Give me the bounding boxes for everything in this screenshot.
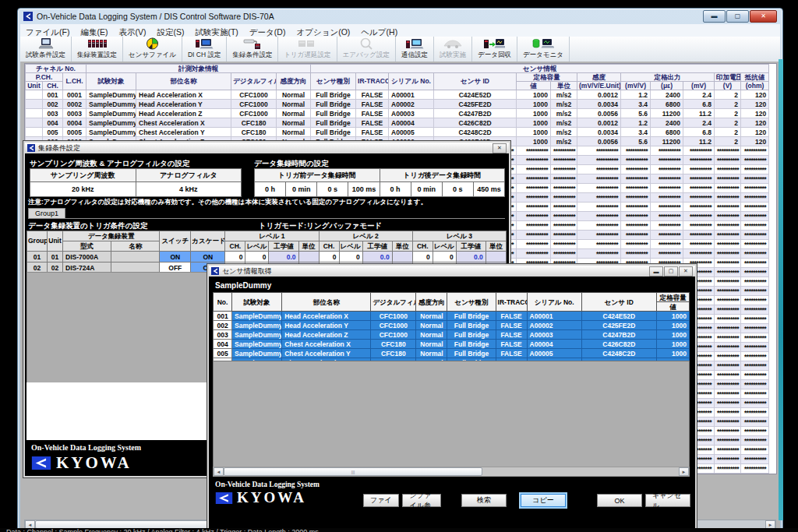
- cell[interactable]: SampleDummy: [87, 109, 136, 118]
- cell[interactable]: 0004: [63, 118, 87, 128]
- cell[interactable]: CFC1000: [231, 90, 277, 100]
- cell[interactable]: A00003: [527, 330, 581, 340]
- cell[interactable]: [26, 109, 43, 118]
- cell[interactable]: 1000: [656, 349, 689, 358]
- cell[interactable]: 004: [214, 340, 232, 349]
- cell[interactable]: 0.0: [269, 252, 298, 262]
- cell[interactable]: FALSE: [496, 349, 527, 358]
- cell[interactable]: 0.0056: [577, 109, 621, 118]
- cell[interactable]: 0: [339, 252, 362, 262]
- cell[interactable]: Chest Acceleration Y: [282, 349, 371, 358]
- cell[interactable]: Normal: [416, 321, 447, 330]
- cell[interactable]: 1000: [656, 321, 689, 330]
- toolbar-button-di-ch-setup[interactable]: DI CH 設定: [182, 37, 228, 62]
- setting-value[interactable]: 450 ms: [473, 182, 504, 197]
- cell[interactable]: Full Bridge: [311, 100, 356, 109]
- cell[interactable]: SampleDummy: [87, 100, 136, 109]
- cell[interactable]: SampleDummy: [232, 340, 282, 349]
- cell[interactable]: 2: [715, 109, 741, 118]
- cell[interactable]: 2.4: [683, 90, 715, 100]
- cell[interactable]: C4247B2D: [434, 109, 517, 118]
- cell[interactable]: A00004: [527, 340, 581, 349]
- cell[interactable]: A00002: [527, 321, 581, 330]
- cell[interactable]: FALSE: [356, 90, 389, 100]
- cell[interactable]: 0.0012: [577, 90, 621, 100]
- cell[interactable]: 0.0056: [577, 137, 621, 146]
- scroll-right-arrow-icon[interactable]: ►: [679, 467, 689, 476]
- cell[interactable]: 1.2: [621, 90, 651, 100]
- cell[interactable]: C426C82D: [434, 118, 517, 128]
- cell[interactable]: 11.2: [683, 137, 715, 146]
- cell[interactable]: 0002: [63, 100, 87, 109]
- cell[interactable]: 6.8: [683, 100, 715, 109]
- cell[interactable]: 1000: [517, 118, 551, 128]
- maximize-button[interactable]: ▢: [726, 10, 749, 23]
- cell[interactable]: SampleDummy: [87, 128, 136, 137]
- cell[interactable]: FALSE: [496, 340, 527, 349]
- channel-row[interactable]: 0050005SampleDummyChest Acceleration YCF…: [26, 128, 769, 137]
- cell[interactable]: A00005: [389, 128, 434, 137]
- sensor-row-selected[interactable]: 001SampleDummyHead Acceleration XCFC1000…: [214, 312, 690, 321]
- cell[interactable]: 001: [43, 90, 63, 100]
- setting-value[interactable]: 0 h: [255, 182, 286, 197]
- cell[interactable]: 120: [741, 100, 769, 109]
- cell[interactable]: 0003: [63, 109, 87, 118]
- cell[interactable]: 01: [27, 252, 48, 262]
- cell[interactable]: Normal: [277, 90, 311, 100]
- cell[interactable]: SampleDummy: [232, 312, 282, 321]
- cell[interactable]: SampleDummy: [87, 90, 136, 100]
- cell[interactable]: 002: [43, 100, 63, 109]
- dialog-button-6[interactable]: キャンセル: [645, 494, 690, 507]
- setting-value[interactable]: 0 s: [442, 182, 473, 197]
- channel-row[interactable]: 0030003SampleDummyHead Acceleration ZCFC…: [26, 109, 769, 118]
- cell[interactable]: 0005: [63, 128, 87, 137]
- cell[interactable]: A00003: [389, 109, 434, 118]
- sensor-row-selected[interactable]: 005SampleDummyChest Acceleration YCFC180…: [214, 349, 690, 358]
- cell[interactable]: Chest Acceleration Y: [136, 128, 231, 137]
- cell[interactable]: 1000: [517, 90, 551, 100]
- cell[interactable]: FALSE: [496, 321, 527, 330]
- cell[interactable]: C4248C2D: [581, 349, 656, 358]
- cell[interactable]: 3.4: [621, 100, 651, 109]
- cell[interactable]: 0: [225, 252, 245, 262]
- cell[interactable]: 004: [43, 118, 63, 128]
- cell[interactable]: 1000: [517, 137, 551, 146]
- cell[interactable]: 6.8: [683, 128, 715, 137]
- toolbar-button-recorder-setup[interactable]: 集録装置設定: [72, 37, 123, 62]
- cell[interactable]: A00002: [389, 100, 434, 109]
- cell[interactable]: Normal: [416, 312, 447, 321]
- cell[interactable]: 0001: [63, 90, 87, 100]
- toolbar-button-acq-condition[interactable]: 集録条件設定: [227, 37, 278, 62]
- cell[interactable]: 0.0012: [577, 118, 621, 128]
- cell[interactable]: Full Bridge: [311, 118, 356, 128]
- cell[interactable]: m/s2: [551, 90, 577, 100]
- cell[interactable]: CFC180: [231, 118, 277, 128]
- cell[interactable]: FALSE: [496, 330, 527, 340]
- cell[interactable]: Full Bridge: [311, 128, 356, 137]
- cell[interactable]: 5.6: [621, 109, 651, 118]
- toolbar-button-sensor-file[interactable]: センサファイル: [123, 37, 182, 62]
- cell[interactable]: FALSE: [356, 118, 389, 128]
- group1-tab[interactable]: Group1: [28, 208, 65, 219]
- cell[interactable]: DIS-7000A: [63, 252, 111, 262]
- channel-row[interactable]: 0020002SampleDummyHead Acceleration YCFC…: [26, 100, 769, 109]
- cell[interactable]: 0.0: [362, 252, 392, 262]
- cell[interactable]: Full Bridge: [447, 340, 496, 349]
- cell[interactable]: m/s2: [551, 100, 577, 109]
- dialog-button-4[interactable]: コピー: [521, 494, 566, 507]
- cascade-cell[interactable]: ON: [191, 252, 225, 262]
- cell[interactable]: SampleDummy: [232, 349, 282, 358]
- cell[interactable]: Normal: [277, 100, 311, 109]
- sensor-dialog-maximize-icon[interactable]: ▢: [664, 266, 678, 277]
- cell[interactable]: Head Acceleration X: [282, 312, 371, 321]
- switch-cell[interactable]: ON: [160, 252, 191, 262]
- cell[interactable]: A00004: [389, 118, 434, 128]
- cell[interactable]: [111, 252, 160, 262]
- cell[interactable]: FALSE: [356, 100, 389, 109]
- cell[interactable]: Head Acceleration Z: [136, 109, 231, 118]
- cell[interactable]: [26, 118, 43, 128]
- cell[interactable]: Head Acceleration Z: [282, 330, 371, 340]
- cell[interactable]: 120: [741, 109, 769, 118]
- dialog-button-3[interactable]: 検索: [461, 494, 507, 507]
- cell[interactable]: 1000: [656, 340, 689, 349]
